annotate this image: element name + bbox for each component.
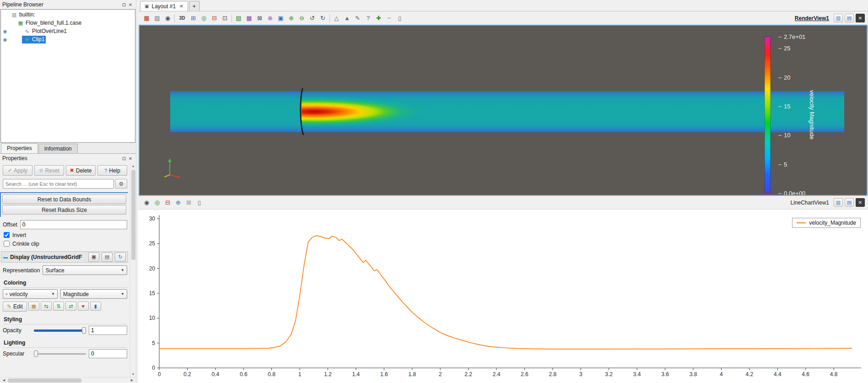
rescale-over-time-button[interactable]: ⇄	[65, 302, 76, 311]
copy-properties-icon[interactable]: ▣	[88, 253, 99, 262]
search-input[interactable]	[3, 179, 114, 189]
edit-color-map-button[interactable]: ✎ Edit	[3, 302, 27, 312]
subtract-selection-icon[interactable]: −	[384, 13, 394, 23]
add-layout-tab[interactable]: +	[189, 1, 200, 11]
colorbar[interactable]	[765, 37, 771, 193]
whats-this-icon[interactable]: ?	[363, 13, 373, 23]
color-array-dropdown[interactable]: ● velocity ▼	[3, 289, 58, 299]
close-icon[interactable]: ✕	[127, 156, 134, 161]
svg-text:30: 30	[149, 216, 156, 222]
color-component-dropdown[interactable]: Magnitude ▼	[60, 289, 127, 299]
interactive-select-cells-icon[interactable]: ⊕	[286, 13, 297, 23]
delete-button[interactable]: ✖ Delete	[66, 165, 96, 176]
slider-handle[interactable]	[34, 351, 38, 357]
ruler-icon[interactable]: △	[331, 13, 342, 23]
pipeline-item-label: Clip1	[32, 36, 44, 43]
paste-properties-icon[interactable]: ▤	[102, 253, 113, 262]
reset-camera-icon[interactable]: ◎	[199, 13, 209, 23]
close-view-icon[interactable]: ✕	[856, 14, 865, 22]
invert-checkbox[interactable]	[4, 232, 10, 238]
pipeline-item-clip1[interactable]: ◉■Clip1	[1, 35, 135, 43]
select-points-on-icon[interactable]: ▩	[244, 13, 254, 23]
split-vertical-icon[interactable]: ▤	[845, 14, 854, 22]
scrollbar-thumb[interactable]	[8, 378, 81, 383]
split-horizontal-icon[interactable]: ▥	[834, 198, 843, 207]
layout-tab[interactable]: ▣ Layout #1 ✕	[140, 1, 188, 11]
tab-information[interactable]: Information	[38, 144, 78, 153]
render-viewport[interactable]: 2.7e+012520151050.0e+00 velocity Magnitu…	[139, 25, 868, 196]
add-selection-icon[interactable]: ✚	[373, 13, 384, 23]
undock-icon[interactable]: ⊡	[121, 156, 127, 161]
zoom-out-icon[interactable]: ⊟	[162, 197, 173, 208]
save-screenshot-icon[interactable]: ◉	[162, 13, 173, 23]
render-view-name[interactable]: RenderView1	[795, 15, 829, 22]
zoom-out-icon[interactable]: ⊟	[209, 13, 220, 23]
show-scalar-bar-button[interactable]: ▮	[90, 302, 101, 311]
rescale-to-data-range-button[interactable]: ⇆	[41, 302, 52, 311]
line-chart-view[interactable]: 00.20.40.60.811.21.41.61.822.22.42.62.83…	[138, 209, 868, 383]
hover-points-icon[interactable]: ↻	[318, 13, 328, 23]
scrollbar-thumb[interactable]	[131, 170, 135, 260]
split-vertical-icon[interactable]: ▤	[845, 198, 854, 207]
opacity-input[interactable]	[89, 326, 127, 335]
tab-properties[interactable]: Properties	[1, 143, 38, 153]
select-frustum-cells-icon[interactable]: ⊠	[254, 13, 265, 23]
use-separate-colormap-button[interactable]: ▦	[28, 302, 39, 311]
interactive-select-points-icon[interactable]: ⊖	[297, 13, 307, 23]
reset-to-data-bounds-button[interactable]: Reset to Data Bounds	[2, 194, 126, 204]
vertical-scrollbar[interactable]: ▲ ▼	[130, 163, 136, 377]
scroll-right-icon[interactable]: ▶	[129, 378, 135, 382]
scroll-down-icon[interactable]: ▼	[132, 371, 135, 377]
close-view-icon[interactable]: ✕	[856, 198, 865, 207]
crinkle-clip-checkbox[interactable]	[4, 241, 10, 247]
delete-selection-icon[interactable]: ▯	[394, 13, 405, 23]
toggle-2d3d-button[interactable]: 3D	[176, 13, 188, 23]
reset-button[interactable]: ⊘ Reset	[34, 165, 64, 176]
select-frustum-points-icon[interactable]: ⊗	[265, 13, 275, 23]
pipeline-item-builtin[interactable]: ▥builtin:	[1, 11, 135, 19]
close-tab-icon[interactable]: ✕	[179, 4, 183, 9]
horizontal-scrollbar[interactable]: ◀ ▶	[0, 377, 136, 383]
undock-icon[interactable]: ⊡	[121, 2, 127, 7]
pipeline-item-flow-blend-full-1-case[interactable]: ▦Flow_blend_full.1.case	[1, 19, 135, 27]
svg-text:1: 1	[298, 371, 302, 378]
select-cells-on-icon[interactable]: ▧	[233, 13, 244, 23]
hover-cells-icon[interactable]: ↺	[307, 13, 318, 23]
delete-selection-icon[interactable]: ▯	[194, 197, 205, 208]
offset-input[interactable]	[20, 220, 127, 229]
zoom-to-box-icon[interactable]: ⊞	[188, 13, 199, 23]
apply-button[interactable]: ✔ Apply	[3, 165, 32, 176]
probe-location-icon[interactable]: ▲	[342, 13, 352, 23]
chart-view-name[interactable]: LineChartView1	[791, 200, 830, 206]
reset-radius-size-button[interactable]: Reset Radius Size	[2, 205, 126, 215]
annotation-icon[interactable]: ✎	[352, 13, 363, 23]
pipeline-item-plotoverline1[interactable]: ◉∿PlotOverLine1	[1, 27, 135, 35]
specular-slider[interactable]	[34, 350, 86, 358]
show-color-legend-icon[interactable]: ▦	[141, 13, 152, 23]
close-icon[interactable]: ✕	[127, 2, 134, 7]
opacity-slider[interactable]	[34, 326, 86, 334]
zoom-to-box-icon[interactable]: ⊕	[173, 197, 183, 208]
specular-input[interactable]	[89, 349, 127, 358]
save-screenshot-icon[interactable]: ◉	[141, 197, 152, 208]
reset-view-icon[interactable]: ◎	[152, 197, 162, 208]
svg-text:4.2: 4.2	[745, 371, 753, 378]
visibility-eye-icon[interactable]: ◉	[1, 29, 9, 34]
representation-dropdown[interactable]: Surface ▼	[43, 265, 127, 275]
rescale-to-custom-range-button[interactable]: ⇅	[53, 302, 64, 311]
scroll-up-icon[interactable]: ▲	[132, 163, 135, 169]
select-chart-region-icon[interactable]: ⊠	[183, 197, 194, 208]
rubber-band-zoom-icon[interactable]: ⊡	[220, 13, 230, 23]
choose-preset-button[interactable]: ♥	[78, 302, 89, 311]
gear-icon[interactable]: ⚙	[115, 179, 127, 189]
split-horizontal-icon[interactable]: ▥	[834, 14, 843, 22]
visibility-eye-icon[interactable]: ◉	[1, 37, 9, 42]
reload-properties-icon[interactable]: ↻	[115, 253, 126, 262]
help-button[interactable]: ? Help	[97, 165, 127, 176]
edit-color-map-icon[interactable]: ▨	[152, 13, 162, 23]
velocity-jet	[302, 91, 511, 132]
scroll-left-icon[interactable]: ◀	[1, 378, 7, 382]
slider-handle[interactable]	[82, 327, 86, 334]
select-block-icon[interactable]: ▣	[275, 13, 286, 23]
chart-legend[interactable]: velocity_Magnitude	[792, 218, 861, 228]
